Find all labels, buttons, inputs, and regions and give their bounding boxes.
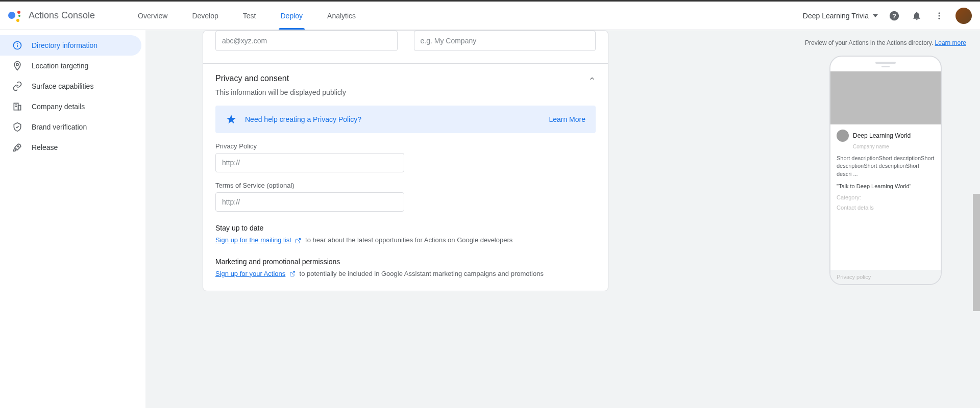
marketing-heading: Marketing and promotional permissions (215, 258, 596, 266)
sidebar-item-label: Location targeting (32, 62, 88, 70)
preview-panel: Preview of your Actions in the Actions d… (791, 30, 980, 408)
app-title: Actions Console (29, 10, 95, 21)
tos-label: Terms of Service (optional) (215, 182, 596, 189)
directory-form-card: Privacy and consent This information wil… (203, 30, 608, 291)
tos-input[interactable] (215, 192, 404, 212)
preview-intro: Preview of your Actions in the Actions d… (803, 38, 968, 47)
external-link-icon (295, 238, 301, 244)
svg-line-14 (298, 238, 301, 241)
star-icon (226, 114, 237, 125)
sidebar-item-label: Release (32, 143, 58, 151)
tab-deploy[interactable]: Deploy (279, 3, 305, 29)
assistant-logo-icon (8, 10, 20, 22)
nav-tabs: Overview Develop Test Deploy Analytics (136, 3, 803, 29)
tab-test[interactable]: Test (241, 3, 258, 29)
section-subtitle: This information will be displayed publi… (215, 88, 596, 96)
preview-description: Short descriptionShort descriptionShort … (837, 155, 935, 178)
sidebar-item-surface-capabilities[interactable]: Surface capabilities (0, 76, 141, 96)
section-title: Privacy and consent (215, 74, 289, 83)
tab-develop[interactable]: Develop (190, 3, 220, 29)
phone-preview: Deep Learning World Company name Short d… (829, 56, 942, 285)
sidebar-item-label: Surface capabilities (32, 82, 93, 90)
preview-category: Category: (837, 194, 935, 200)
sidebar-item-label: Brand verification (32, 123, 87, 131)
user-avatar[interactable] (955, 8, 972, 24)
privacy-policy-input[interactable] (215, 153, 404, 172)
svg-point-13 (17, 146, 19, 147)
svg-point-7 (17, 43, 18, 44)
phone-speaker (875, 62, 896, 64)
svg-rect-10 (18, 106, 21, 110)
marketing-rest: to potentially be included in Google Ass… (300, 270, 544, 277)
sidebar-item-brand-verification[interactable]: Brand verification (0, 117, 141, 137)
email-input[interactable] (215, 31, 398, 51)
pin-icon (12, 61, 22, 71)
scrollbar-thumb[interactable] (973, 194, 980, 311)
banner-text: Need help creating a Privacy Policy? (245, 115, 549, 123)
external-link-icon (289, 271, 296, 277)
marketing-line: Sign up for your Actions to potentially … (215, 269, 596, 279)
phone-handle (881, 66, 890, 67)
sidebar: Directory information Location targeting… (0, 30, 145, 408)
privacy-policy-label: Privacy Policy (215, 142, 596, 150)
help-icon[interactable]: ? (888, 10, 900, 22)
rocket-icon (12, 142, 22, 152)
tab-analytics[interactable]: Analytics (325, 3, 358, 29)
preview-contact: Contact details (837, 205, 935, 211)
project-name: Deep Learning Trivia (803, 12, 869, 20)
marketing-link[interactable]: Sign up for your Actions (215, 270, 285, 277)
project-selector[interactable]: Deep Learning Trivia (803, 12, 878, 20)
app-header: Actions Console Overview Develop Test De… (0, 2, 980, 30)
sidebar-item-release[interactable]: Release (0, 137, 141, 158)
svg-line-15 (292, 272, 295, 275)
company-input[interactable] (414, 31, 596, 51)
more-menu-icon[interactable] (933, 10, 945, 22)
tab-overview[interactable]: Overview (136, 3, 169, 29)
preview-invocation: "Talk to Deep Learning World" (837, 183, 935, 189)
shield-icon (12, 122, 22, 132)
preview-privacy: Privacy policy (830, 270, 941, 284)
sidebar-item-company-details[interactable]: Company details (0, 96, 141, 117)
svg-point-2 (939, 12, 940, 14)
svg-point-8 (16, 63, 18, 65)
sidebar-item-location-targeting[interactable]: Location targeting (0, 56, 141, 76)
link-icon (12, 81, 22, 91)
sidebar-item-directory-information[interactable]: Directory information (0, 35, 141, 56)
sidebar-item-label: Directory information (32, 41, 97, 49)
dropdown-icon (873, 14, 878, 17)
preview-banner-image (830, 71, 941, 124)
svg-point-4 (939, 17, 940, 19)
preview-app-icon (837, 130, 849, 142)
notifications-icon[interactable] (911, 10, 923, 22)
learn-more-link[interactable]: Learn More (549, 115, 585, 123)
chevron-up-icon (589, 75, 596, 82)
building-icon (12, 101, 22, 112)
privacy-consent-section: Privacy and consent This information wil… (203, 63, 608, 291)
mailing-list-line: Sign up for the mailing list to hear abo… (215, 235, 596, 245)
info-icon (12, 40, 22, 50)
stay-uptodate-heading: Stay up to date (215, 224, 596, 232)
preview-app-name: Deep Learning World (853, 132, 911, 139)
svg-text:?: ? (892, 12, 896, 19)
privacy-help-banner: Need help creating a Privacy Policy? Lea… (215, 106, 596, 133)
preview-company-name: Company name (853, 144, 935, 149)
svg-point-3 (939, 15, 940, 16)
sidebar-item-label: Company details (32, 103, 85, 111)
section-toggle[interactable]: Privacy and consent (215, 74, 596, 83)
mailing-list-rest: to hear about the latest opportunities f… (305, 236, 512, 244)
mailing-list-link[interactable]: Sign up for the mailing list (215, 236, 291, 244)
preview-learn-more-link[interactable]: Learn more (935, 39, 966, 46)
